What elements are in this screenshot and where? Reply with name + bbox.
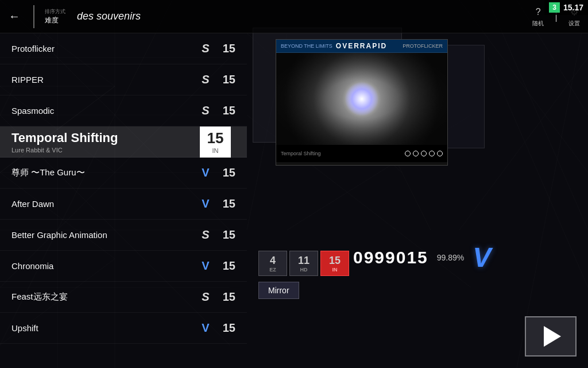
level-number: 15 (218, 290, 235, 304)
play-icon (544, 326, 561, 347)
song-name: Protoflicker (11, 44, 198, 53)
level-number: 15 (218, 73, 235, 86)
diff-icon: V (198, 196, 214, 212)
diff-icon: S (198, 227, 214, 243)
dot-2 (413, 151, 419, 156)
level-number: 15 (218, 259, 235, 273)
random-label: 随机 (532, 20, 544, 28)
difficulty-button-ez[interactable]: 4 EZ (258, 251, 287, 276)
album-footer: Temporal Shifting (276, 145, 447, 162)
grade-icon: V (473, 241, 491, 273)
song-item[interactable]: Protoflicker S 15 (0, 33, 247, 64)
right-panel: BEYOND THE LIMITS OVERRAPID PROTOFLICKER… (247, 33, 588, 368)
album-art (276, 53, 447, 145)
diff-icon: S (198, 72, 214, 88)
progress-dots (405, 151, 443, 156)
diff-icon: S (198, 41, 214, 57)
level-number: 15 (218, 321, 235, 335)
score-display: 0999015 99.89% V (353, 241, 491, 273)
album-art-overlay (276, 53, 447, 145)
header-song-title: des souvenirs (77, 10, 524, 22)
overrapid-logo: OVERRAPID (336, 42, 387, 50)
level-number: 15 (218, 166, 235, 179)
top-score: 15.17 (563, 3, 583, 12)
dot-1 (405, 151, 411, 156)
difficulty-label: 难度 (45, 16, 65, 25)
sort-section: 排序方式 难度 (45, 8, 65, 25)
difficulty-selector: 4 EZ 11 HD 15 IN (258, 251, 349, 276)
album-area: BEYOND THE LIMITS OVERRAPID PROTOFLICKER… (253, 28, 531, 189)
sort-label: 排序方式 (45, 8, 65, 16)
header-divider (33, 5, 34, 28)
dot-3 (421, 151, 427, 156)
song-name: RIPPER (11, 75, 198, 85)
album-header-extra: PROTOFLICKER (403, 43, 443, 49)
dot-4 (429, 151, 435, 156)
album-header: BEYOND THE LIMITS OVERRAPID PROTOFLICKER (276, 40, 447, 53)
song-item[interactable]: After Dawn V 15 (0, 189, 247, 220)
song-subtitle: Lure Rabbit & VIC (11, 147, 200, 154)
song-item[interactable]: Spasmodic S 15 (0, 95, 247, 126)
score-number: 0999015 (353, 248, 428, 267)
song-item[interactable]: Better Graphic Animation S 15 (0, 220, 247, 251)
song-name: Feast远东之宴 (11, 292, 198, 302)
song-item[interactable]: Upshift V 15 (0, 313, 247, 344)
active-level-badge: 15 IN (200, 126, 231, 158)
song-list: Protoflicker S 15 RIPPER S 15 Spasmodic … (0, 33, 247, 368)
difficulty-button-in[interactable]: 15 IN (320, 251, 349, 276)
top-right-panel: 3 15.17 (544, 0, 588, 15)
song-item[interactable]: 尊师 〜The Guru〜 V 15 (0, 158, 247, 189)
album-card: BEYOND THE LIMITS OVERRAPID PROTOFLICKER… (276, 39, 448, 166)
song-name: Temporal Shifting Lure Rabbit & VIC (11, 131, 200, 154)
album-song-label: Temporal Shifting (281, 151, 321, 156)
diff-icon: V (198, 165, 214, 181)
diff-icon: V (198, 258, 214, 274)
song-name: Spasmodic (11, 106, 198, 116)
song-name: 尊师 〜The Guru〜 (11, 167, 198, 178)
dot-5 (437, 151, 443, 156)
song-item[interactable]: Chronomia V 15 (0, 251, 247, 282)
diff-icon: V (198, 320, 214, 336)
song-item[interactable]: Temporal Shifting Lure Rabbit & VIC 15 I… (0, 126, 247, 158)
header: ← 排序方式 难度 des souvenirs ? 随机 | ⚙ 设置 (0, 0, 588, 33)
diff-icon: S (198, 289, 214, 305)
difficulty-button-hd[interactable]: 11 HD (289, 251, 318, 276)
song-name: Better Graphic Animation (11, 230, 198, 240)
level-number: 15 (218, 104, 235, 117)
level-badge-small: 3 (549, 2, 560, 13)
random-button[interactable]: ? 随机 (530, 6, 546, 28)
level-number: 15 (218, 197, 235, 210)
back-button[interactable]: ← (0, 0, 29, 33)
song-name: Chronomia (11, 261, 198, 271)
song-item[interactable]: RIPPER S 15 (0, 64, 247, 95)
back-icon: ← (9, 10, 20, 23)
diff-icon: S (198, 103, 214, 119)
random-icon: ? (530, 6, 546, 18)
song-name: After Dawn (11, 199, 198, 209)
song-name: Upshift (11, 323, 198, 333)
level-number: 15 (218, 42, 235, 55)
score-percent: 99.89% (437, 253, 464, 262)
song-item[interactable]: Feast远东之宴 S 15 (0, 282, 247, 313)
level-number: 15 (218, 228, 235, 241)
play-button[interactable] (525, 316, 577, 356)
mirror-button[interactable]: Mirror (258, 282, 299, 299)
overrapid-subtitle: BEYOND THE LIMITS (281, 43, 332, 49)
settings-label: 设置 (568, 20, 580, 28)
